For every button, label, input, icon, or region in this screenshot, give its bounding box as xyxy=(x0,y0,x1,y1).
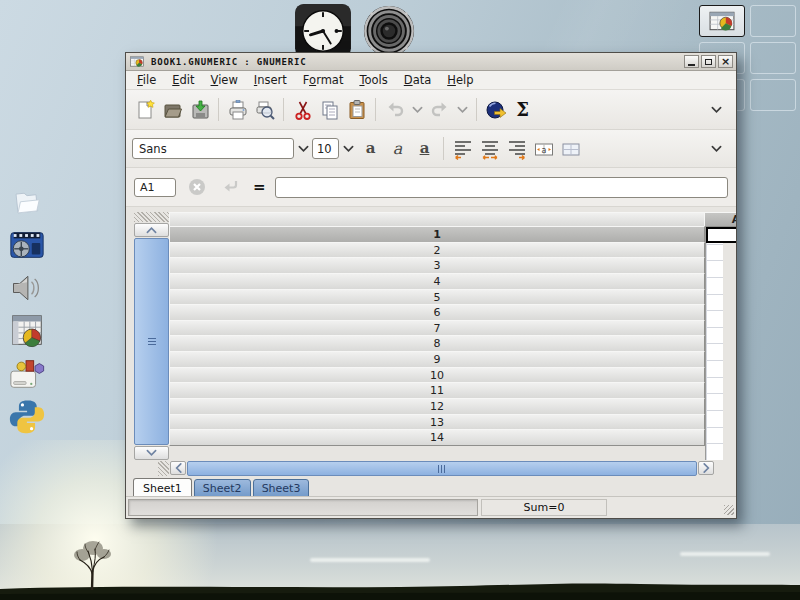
font-size-select[interactable]: 10 xyxy=(312,138,339,159)
underline-icon: a xyxy=(420,141,430,156)
toolbar-overflow-chevron[interactable] xyxy=(703,96,730,123)
undo-dropdown-chevron[interactable] xyxy=(408,96,426,123)
cell-reference-box[interactable]: A1 xyxy=(134,178,176,197)
minimize-button[interactable] xyxy=(684,55,699,68)
sheet-tab-sheet3[interactable]: Sheet3 xyxy=(253,479,310,496)
sum-button[interactable]: Σ xyxy=(509,96,536,123)
new-file-button[interactable] xyxy=(132,96,159,123)
pane-split-grip-horizontal[interactable] xyxy=(158,461,169,476)
vertical-scroll-thumb[interactable] xyxy=(134,238,169,445)
redo-button[interactable] xyxy=(426,96,453,123)
gnumeric-window: BOOK1.GNUMERIC : GNUMERIC × FileEditView… xyxy=(125,52,737,519)
save-button[interactable] xyxy=(186,96,213,123)
align-left-button[interactable] xyxy=(449,135,476,162)
titlebar[interactable]: BOOK1.GNUMERIC : GNUMERIC × xyxy=(126,53,736,71)
cells-area[interactable] xyxy=(705,227,723,460)
menu-edit[interactable]: Edit xyxy=(164,72,202,88)
copy-button[interactable] xyxy=(316,96,343,123)
scroll-right-button[interactable] xyxy=(698,461,714,475)
svg-text:a: a xyxy=(541,145,546,154)
paste-button[interactable] xyxy=(343,96,370,123)
row-header-3[interactable]: 3 xyxy=(169,257,705,274)
scroll-left-button[interactable] xyxy=(170,461,186,475)
office-suite-icon[interactable] xyxy=(6,354,48,394)
undo-button[interactable] xyxy=(381,96,408,123)
row-header-1[interactable]: 1 xyxy=(169,226,705,243)
row-header-10[interactable]: 10 xyxy=(169,367,705,384)
desktop: BOOK1.GNUMERIC : GNUMERIC × FileEditView… xyxy=(0,0,800,600)
hyperlink-button[interactable] xyxy=(482,96,509,123)
sheet-tab-sheet2[interactable]: Sheet2 xyxy=(194,479,251,496)
underline-button[interactable]: a xyxy=(411,135,438,162)
gnumeric-icon[interactable] xyxy=(6,311,48,351)
italic-icon: a xyxy=(393,141,403,156)
row-header-6[interactable]: 6 xyxy=(169,304,705,321)
align-right-button[interactable] xyxy=(503,135,530,162)
scroll-up-button[interactable] xyxy=(134,223,169,237)
horizontal-scrollbar[interactable] xyxy=(132,461,730,476)
italic-button[interactable]: a xyxy=(384,135,411,162)
column-header-A[interactable]: A xyxy=(704,212,736,227)
equals-button[interactable]: = xyxy=(253,178,266,196)
wallpaper-landscape xyxy=(0,524,800,600)
row-header-7[interactable]: 7 xyxy=(169,320,705,337)
borders-button[interactable] xyxy=(557,135,584,162)
merge-cells-button[interactable]: a xyxy=(530,135,557,162)
sheet-tab-sheet1[interactable]: Sheet1 xyxy=(133,478,192,496)
menu-format[interactable]: Format xyxy=(295,72,352,88)
row-header-2[interactable]: 2 xyxy=(169,242,705,259)
row-headers: 1234567891011121314 xyxy=(169,227,705,460)
menu-view[interactable]: View xyxy=(203,72,246,88)
row-header-13[interactable]: 13 xyxy=(169,414,705,431)
scroll-down-button[interactable] xyxy=(134,446,169,460)
menu-file[interactable]: File xyxy=(129,72,164,88)
enter-button[interactable] xyxy=(217,174,244,201)
media-player-icon[interactable] xyxy=(6,225,48,265)
close-button[interactable]: × xyxy=(718,55,733,68)
font-name-chevron[interactable] xyxy=(294,135,312,162)
workspace-cell-6[interactable] xyxy=(750,79,796,111)
row-header-12[interactable]: 12 xyxy=(169,398,705,415)
row-header-4[interactable]: 4 xyxy=(169,273,705,290)
spreadsheet-grid: ABCDEFGH 1234567891011121314 xyxy=(132,212,730,460)
pane-split-grip-vertical[interactable] xyxy=(134,212,169,222)
window-resize-grip[interactable] xyxy=(724,505,734,515)
row-header-9[interactable]: 9 xyxy=(169,351,705,368)
audio-volume-icon[interactable] xyxy=(6,268,48,308)
row-header-5[interactable]: 5 xyxy=(169,289,705,306)
open-file-button[interactable] xyxy=(159,96,186,123)
vertical-scrollbar[interactable] xyxy=(134,212,169,460)
horizontal-scroll-thumb[interactable] xyxy=(187,461,697,476)
row-header-14[interactable]: 14 xyxy=(169,429,705,446)
close-icon: × xyxy=(721,57,730,67)
bold-button[interactable]: a xyxy=(357,135,384,162)
align-center-button[interactable] xyxy=(476,135,503,162)
formula-input[interactable] xyxy=(275,177,728,198)
selected-cell-outline[interactable] xyxy=(706,227,736,243)
row-header-11[interactable]: 11 xyxy=(169,382,705,399)
print-preview-button[interactable] xyxy=(251,96,278,123)
workspace-cell-2[interactable] xyxy=(750,5,796,37)
row-header-8[interactable]: 8 xyxy=(169,335,705,352)
format-toolbar-overflow-chevron[interactable] xyxy=(703,135,730,162)
cut-button[interactable] xyxy=(289,96,316,123)
font-size-chevron[interactable] xyxy=(339,135,357,162)
maximize-button[interactable] xyxy=(701,55,716,68)
menu-insert[interactable]: Insert xyxy=(246,72,295,88)
font-name-select[interactable]: Sans xyxy=(132,138,294,159)
format-toolbar: Sans 10 a a a xyxy=(126,130,736,168)
menu-tools[interactable]: Tools xyxy=(351,72,395,88)
workspace-cell-1[interactable] xyxy=(699,5,745,37)
documents-icon[interactable] xyxy=(6,182,48,222)
python-icon[interactable] xyxy=(6,397,48,437)
cancel-button[interactable] xyxy=(183,174,210,201)
menu-help[interactable]: Help xyxy=(439,72,481,88)
print-button[interactable] xyxy=(224,96,251,123)
workspace-cell-4[interactable] xyxy=(750,42,796,74)
formula-bar: A1 = xyxy=(126,168,736,207)
redo-dropdown-chevron[interactable] xyxy=(453,96,471,123)
select-all-corner[interactable] xyxy=(169,212,705,227)
scroll-thumb-grip xyxy=(438,465,446,473)
sum-value: Sum=0 xyxy=(524,501,565,514)
menu-data[interactable]: Data xyxy=(396,72,439,88)
